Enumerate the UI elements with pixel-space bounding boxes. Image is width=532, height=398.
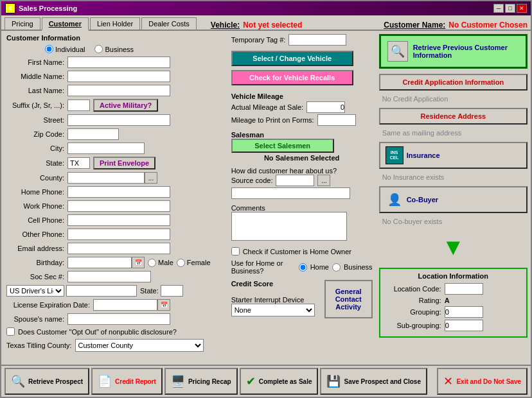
source-dots-button[interactable]: ...: [317, 175, 330, 186]
state-row: State: Print Envelope: [6, 157, 223, 169]
subgrouping-input[interactable]: [445, 320, 483, 331]
county-dots-button[interactable]: ...: [145, 172, 157, 184]
comments-textarea[interactable]: [231, 212, 347, 241]
business-radio-item[interactable]: Business: [94, 45, 134, 53]
exit-button[interactable]: ✕ Exit and Do Not Save: [437, 368, 528, 395]
titling-county-select[interactable]: Customer County: [75, 339, 204, 352]
license-exp-input[interactable]: [93, 299, 157, 311]
other-phone-input[interactable]: [67, 229, 170, 240]
license-input[interactable]: [66, 285, 137, 297]
complete-sale-button[interactable]: ✔ Complete as Sale: [240, 368, 319, 395]
mileage-print-input[interactable]: [317, 114, 356, 126]
select-vehicle-button[interactable]: Select / Change Vehicle: [231, 51, 353, 66]
exit-icon: ✕: [443, 374, 453, 388]
credit-report-label: Credit Report: [115, 377, 156, 386]
print-envelope-button[interactable]: Print Envelope: [93, 157, 155, 169]
business-homebiz-radio[interactable]: [332, 263, 341, 272]
individual-radio[interactable]: [45, 45, 53, 53]
state-input[interactable]: [67, 157, 90, 169]
county-label: County:: [6, 174, 64, 182]
active-military-button[interactable]: Active Military?: [93, 99, 158, 112]
male-radio-item[interactable]: Male: [148, 259, 173, 267]
source-input[interactable]: [276, 175, 314, 186]
cobuyer-button[interactable]: 👤 Co-Buyer: [379, 186, 528, 213]
zip-input[interactable]: [67, 128, 119, 140]
license-state-input[interactable]: [161, 285, 183, 297]
license-exp-calendar-button[interactable]: 📅: [157, 299, 170, 311]
location-code-row: Location Code:: [384, 283, 523, 295]
starter-select[interactable]: None: [231, 304, 315, 316]
titling-row: Texas Titling County: Customer County: [6, 339, 223, 352]
birthday-input[interactable]: [67, 257, 132, 268]
credit-app-label: Credit Application Information: [402, 78, 504, 86]
select-salesman-button[interactable]: Select Salesmen: [231, 139, 334, 153]
homeowner-checkbox[interactable]: [231, 247, 240, 255]
location-code-input[interactable]: [445, 283, 483, 295]
opt-out-checkbox[interactable]: [6, 327, 15, 336]
birthday-label: Birthday:: [6, 259, 64, 266]
female-radio[interactable]: [177, 259, 185, 267]
general-contact-label: General Contact Activity: [329, 288, 368, 311]
male-radio[interactable]: [148, 259, 156, 267]
credit-app-button[interactable]: Credit Application Information: [379, 74, 528, 91]
email-row: Email address:: [6, 243, 223, 254]
save-prospect-button[interactable]: 💾 Save Prospect and Close: [320, 368, 427, 395]
work-phone-label: Work Phone:: [6, 202, 64, 210]
individual-radio-item[interactable]: Individual: [45, 45, 85, 53]
tab-pricing[interactable]: Pricing: [4, 17, 40, 30]
retrieve-icon: 🔍: [387, 41, 408, 62]
other-phone-row: Other Phone:: [6, 229, 223, 240]
temp-tag-label: Temporary Tag #:: [231, 36, 286, 44]
suffix-row: Suffix (Jr, Sr, ...): Active Military?: [6, 99, 223, 112]
salesman-section: Salesman Select Salesmen No Salesmen Sel…: [231, 131, 373, 162]
street-input[interactable]: [67, 114, 170, 126]
credit-report-icon: 📄: [98, 374, 112, 388]
general-contact-button[interactable]: General Contact Activity: [324, 280, 373, 318]
female-radio-item[interactable]: Female: [177, 259, 211, 267]
retrieve-prospect-button[interactable]: 🔍 Retrieve Prospect: [4, 368, 89, 395]
retrieve-customer-button[interactable]: 🔍 Retrieve Previous Customer Information: [379, 34, 528, 69]
cell-phone-input[interactable]: [67, 214, 170, 226]
maximize-button[interactable]: □: [505, 4, 515, 13]
tab-lien-holder[interactable]: Lien Holder: [90, 17, 140, 30]
last-name-input[interactable]: [67, 85, 170, 96]
city-input[interactable]: [67, 143, 145, 154]
insurance-button[interactable]: INSCEL Insurance: [379, 142, 528, 169]
work-phone-input[interactable]: [67, 200, 170, 212]
home-phone-input[interactable]: [67, 186, 170, 198]
home-label: Home: [310, 263, 329, 271]
grouping-input[interactable]: [445, 306, 483, 318]
titling-county-label: Texas Titling County:: [6, 342, 72, 349]
suffix-input[interactable]: [67, 100, 90, 111]
customer-name-info: Customer Name: No Customer Chosen: [384, 21, 528, 30]
check-recalls-button[interactable]: Check for Vehicle Recalls: [231, 70, 353, 85]
license-type-select[interactable]: US Driver's Lic: [6, 285, 64, 297]
credit-report-button[interactable]: 📄 Credit Report: [91, 368, 163, 395]
license-exp-row: License Expiration Date: 📅: [6, 299, 223, 311]
tab-customer[interactable]: Customer: [42, 17, 89, 31]
minimize-button[interactable]: ─: [493, 4, 504, 13]
actual-mileage-input[interactable]: [306, 101, 345, 113]
complete-label: Complete as Sale: [259, 377, 312, 386]
close-button[interactable]: ✕: [517, 4, 527, 13]
city-row: City:: [6, 143, 223, 154]
socsec-input[interactable]: [67, 271, 151, 282]
email-input[interactable]: [67, 243, 170, 254]
spouse-input[interactable]: [67, 313, 170, 325]
vehicle-mileage-label: Vehicle Mileage: [231, 92, 373, 100]
pricing-recap-button[interactable]: 🖥️ Pricing Recap: [164, 368, 238, 395]
source-description-input[interactable]: [231, 187, 350, 199]
birthday-calendar-button[interactable]: 📅: [132, 257, 145, 268]
home-radio[interactable]: [299, 263, 307, 272]
last-name-label: Last Name:: [6, 87, 64, 94]
temp-tag-input[interactable]: [288, 34, 346, 46]
middle-name-input[interactable]: [67, 71, 170, 82]
save-prospect-label: Save Prospect and Close: [344, 377, 421, 386]
insurance-label: Insurance: [407, 151, 440, 159]
residence-button[interactable]: Residence Address: [379, 108, 528, 125]
tab-dealer-costs[interactable]: Dealer Costs: [141, 17, 197, 30]
first-name-input[interactable]: [67, 56, 170, 68]
business-radio[interactable]: [94, 45, 103, 53]
cobuyer-label: Co-Buyer: [407, 196, 439, 203]
county-input[interactable]: [67, 172, 145, 184]
